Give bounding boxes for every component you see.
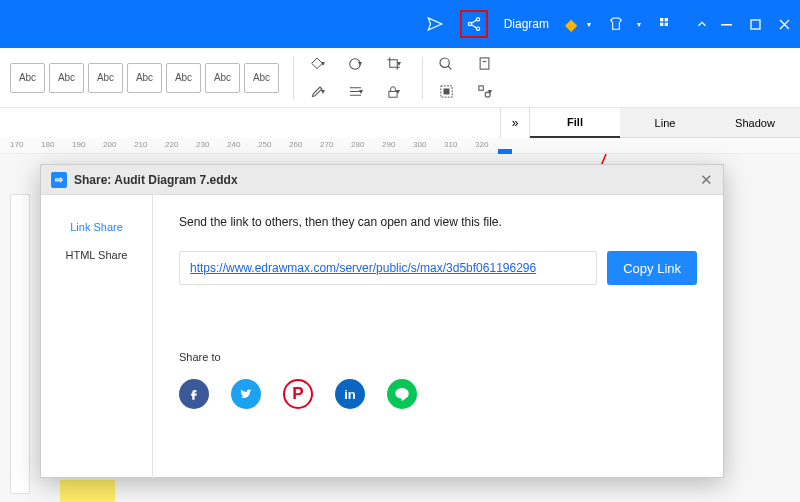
shareto-label: Share to (179, 351, 697, 363)
share-url-field[interactable]: https://www.edrawmax.com/server/public/s… (179, 251, 597, 285)
ruler-tick: 250 (258, 140, 271, 149)
maximize-icon[interactable] (750, 19, 761, 30)
copy-link-button[interactable]: Copy Link (607, 251, 697, 285)
svg-rect-8 (751, 20, 760, 29)
close-icon[interactable] (779, 19, 790, 30)
ruler-tick: 180 (41, 140, 54, 149)
zoom-icon[interactable] (433, 52, 459, 76)
sticky-note (60, 480, 115, 502)
ruler: 1701801902002102202302402502602702802903… (0, 138, 800, 154)
property-tabs: » Fill Line Shadow (0, 108, 800, 138)
style-preset[interactable]: Abc (88, 63, 123, 93)
share-instructions: Send the link to others, then they can o… (179, 215, 697, 229)
send-icon[interactable] (424, 13, 446, 35)
svg-rect-4 (665, 18, 668, 21)
tab-shadow[interactable]: Shadow (710, 108, 800, 138)
components-icon[interactable]: ▾ (471, 80, 497, 104)
ruler-tick: 200 (103, 140, 116, 149)
titlebar: Diagram ◆ ▾ ▾ (0, 0, 800, 48)
style-preset[interactable]: Abc (244, 63, 279, 93)
sidebar-item-html-share[interactable]: HTML Share (41, 241, 152, 269)
ruler-tick: 190 (72, 140, 85, 149)
app-icon: ⇨ (51, 172, 67, 188)
ruler-tick: 280 (351, 140, 364, 149)
dialog-titlebar: ⇨ Share: Audit Diagram 7.eddx ✕ (41, 165, 723, 195)
minimize-icon[interactable] (721, 19, 732, 30)
diagram-label: Diagram (504, 17, 549, 31)
selectall-icon[interactable] (433, 80, 459, 104)
paper-edge (10, 194, 30, 494)
chevron-down-icon[interactable]: ▾ (587, 20, 591, 29)
svg-rect-7 (721, 24, 732, 26)
twitter-icon[interactable] (231, 379, 261, 409)
style-preset[interactable]: Abc (205, 63, 240, 93)
collapse-chevron-icon[interactable]: » (500, 108, 530, 138)
ribbon: AbcAbcAbcAbcAbcAbcAbc ▾ ▾ ▾ ▾ ▾ ▾ ▾ (0, 48, 800, 108)
style-preset[interactable]: Abc (49, 63, 84, 93)
ruler-tick: 270 (320, 140, 333, 149)
style-preset[interactable]: Abc (127, 63, 162, 93)
ruler-tick: 290 (382, 140, 395, 149)
dialog-sidebar: Link Share HTML Share (41, 195, 153, 479)
ruler-tick: 230 (196, 140, 209, 149)
svg-rect-12 (480, 58, 489, 69)
svg-point-11 (440, 58, 449, 67)
sidebar-item-link-share[interactable]: Link Share (41, 213, 152, 241)
ruler-tick: 220 (165, 140, 178, 149)
lock-icon[interactable]: ▾ (380, 80, 406, 104)
share-icon[interactable] (460, 10, 488, 38)
ruler-tick: 310 (444, 140, 457, 149)
svg-rect-6 (665, 23, 668, 26)
premium-icon[interactable]: ◆ (565, 15, 577, 34)
ruler-tick: 260 (289, 140, 302, 149)
ruler-tick: 240 (227, 140, 240, 149)
canvas: ⇨ Share: Audit Diagram 7.eddx ✕ Link Sha… (0, 154, 800, 502)
tab-fill[interactable]: Fill (530, 108, 620, 138)
ruler-tick: 170 (10, 140, 23, 149)
dialog-title: Share: Audit Diagram 7.eddx (74, 173, 238, 187)
svg-rect-5 (660, 23, 663, 26)
chevron-up-icon[interactable] (691, 13, 713, 35)
svg-rect-3 (660, 18, 663, 21)
ruler-tick: 210 (134, 140, 147, 149)
facebook-icon[interactable] (179, 379, 209, 409)
share-dialog: ⇨ Share: Audit Diagram 7.eddx ✕ Link Sha… (40, 164, 724, 478)
pinterest-icon[interactable]: P (283, 379, 313, 409)
style-preset[interactable]: Abc (166, 63, 201, 93)
style-preset[interactable]: Abc (10, 63, 45, 93)
pencil-icon[interactable]: ▾ (304, 80, 330, 104)
chevron-down-icon[interactable]: ▾ (637, 20, 641, 29)
linkedin-icon[interactable]: in (335, 379, 365, 409)
close-icon[interactable]: ✕ (700, 171, 713, 189)
shape-circle-icon[interactable]: ▾ (342, 52, 368, 76)
align-icon[interactable]: ▾ (342, 80, 368, 104)
line-icon[interactable] (387, 379, 417, 409)
tshirt-icon[interactable] (605, 13, 627, 35)
crop-icon[interactable]: ▾ (380, 52, 406, 76)
apps-icon[interactable] (655, 13, 677, 35)
page-icon[interactable] (471, 52, 497, 76)
share-url: https://www.edrawmax.com/server/public/s… (190, 261, 536, 275)
tab-line[interactable]: Line (620, 108, 710, 138)
ruler-tick: 300 (413, 140, 426, 149)
svg-rect-15 (478, 86, 482, 90)
fill-icon[interactable]: ▾ (304, 52, 330, 76)
ruler-tick: 320 (475, 140, 488, 149)
svg-rect-14 (444, 89, 449, 94)
